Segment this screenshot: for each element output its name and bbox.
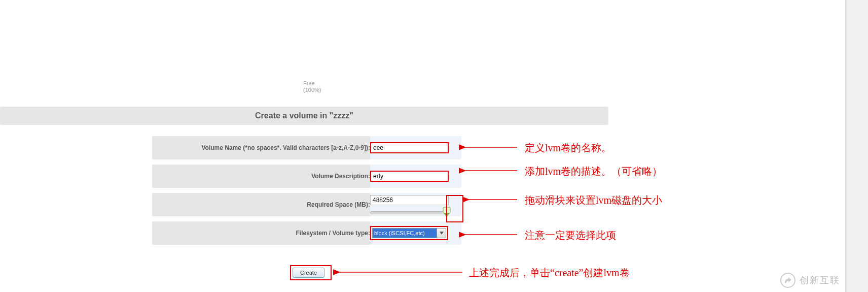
fs-type-label: Filesystem / Volume type: — [152, 221, 370, 245]
row-volume-name: Volume Name (*no spaces*. Valid characte… — [152, 136, 461, 159]
annotation-create: 上述完成后，单击“create”创建lvm卷 — [469, 266, 630, 280]
annotation-desc: 添加lvm卷的描述。（可省略） — [525, 165, 662, 178]
volume-name-cell — [370, 136, 461, 159]
annotation-size: 拖动滑块来设置lvm磁盘的大小 — [525, 193, 662, 207]
required-space-input[interactable] — [370, 195, 449, 205]
watermark-text: 创新互联 — [800, 274, 840, 286]
volume-desc-input[interactable] — [370, 171, 449, 182]
fs-type-cell: block (iSCSI,FC,etc) — [370, 221, 461, 245]
right-gutter — [845, 0, 868, 292]
volume-name-input[interactable] — [370, 142, 449, 153]
slider-highlight-box — [446, 195, 463, 222]
row-fs-type: Filesystem / Volume type: block (iSCSI,F… — [152, 221, 461, 245]
required-space-label: Required Space (MB): — [152, 193, 370, 216]
watermark-logo-icon — [780, 273, 795, 288]
volume-form: Volume Name (*no spaces*. Valid characte… — [152, 136, 461, 245]
free-text-1: Free (100%) — [303, 80, 321, 93]
create-highlight: Create — [290, 265, 332, 280]
chevron-down-icon — [437, 229, 446, 238]
section-title-bar: Create a volume in "zzzz" — [0, 107, 608, 125]
required-space-cell — [370, 193, 461, 216]
section-title: Create a volume in "zzzz" — [255, 111, 353, 120]
volume-name-label: Volume Name (*no spaces*. Valid characte… — [152, 136, 370, 159]
fs-type-highlight: block (iSCSI,FC,etc) — [370, 226, 448, 240]
annotation-name: 定义lvm卷的名称。 — [525, 141, 611, 155]
free-space-label: Free (100%) — [303, 80, 321, 93]
volume-desc-label: Volume Description: — [152, 165, 370, 188]
watermark: 创新互联 — [780, 273, 840, 288]
create-button[interactable]: Create — [293, 268, 324, 278]
row-required-space: Required Space (MB): — [152, 193, 461, 216]
fs-type-value: block (iSCSI,FC,etc) — [373, 229, 437, 238]
content-area: Free (100%) Create a volume in "zzzz" Vo… — [0, 0, 608, 292]
fs-type-select[interactable]: block (iSCSI,FC,etc) — [372, 228, 446, 238]
row-volume-desc: Volume Description: — [152, 165, 461, 188]
volume-desc-cell — [370, 165, 461, 188]
size-slider-track[interactable] — [370, 211, 449, 214]
annotation-type: 注意一定要选择此项 — [525, 229, 616, 242]
create-row: Create — [290, 265, 332, 280]
